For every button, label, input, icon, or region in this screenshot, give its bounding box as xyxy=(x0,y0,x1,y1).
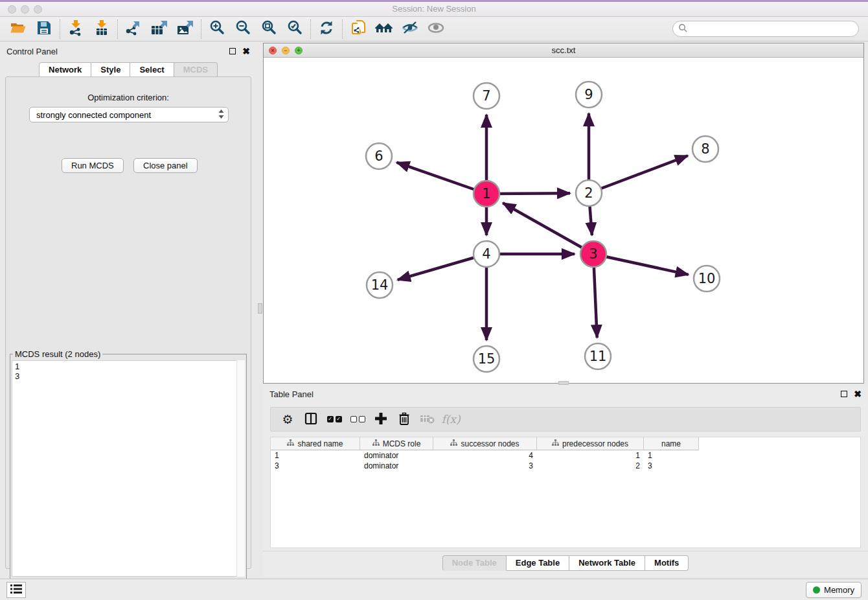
cell-name[interactable]: 1 xyxy=(644,450,699,461)
zoom-in-button[interactable] xyxy=(204,19,230,40)
graph-node-11[interactable]: 11 xyxy=(585,343,611,369)
tab-node-table[interactable]: Node Table xyxy=(442,555,507,571)
network-window-titlebar[interactable]: × − + scc.txt xyxy=(264,43,863,58)
table-row[interactable]: 1 dominator 4 1 1 xyxy=(271,450,860,461)
memory-button[interactable]: Memory xyxy=(806,582,862,598)
table-row[interactable]: 3 dominator 3 2 3 xyxy=(271,461,860,471)
hierarchy-icon xyxy=(552,439,559,448)
export-network-button[interactable] xyxy=(120,19,146,40)
tab-network-table[interactable]: Network Table xyxy=(569,555,645,571)
graph-edge-2-8[interactable] xyxy=(589,156,688,193)
graph-node-15[interactable]: 15 xyxy=(474,346,499,372)
network-canvas[interactable]: 7968124314101511 xyxy=(264,58,863,384)
column-header-successor-nodes[interactable]: successor nodes xyxy=(433,437,537,450)
graph-node-14[interactable]: 14 xyxy=(367,272,393,298)
save-session-button[interactable] xyxy=(31,19,57,40)
mcds-result-box: MCDS result (2 nodes) 1 3 xyxy=(10,349,247,592)
cell-name[interactable]: 3 xyxy=(644,461,699,471)
tab-mcds[interactable]: MCDS xyxy=(174,62,218,78)
app-title: Session: New Session xyxy=(0,4,868,14)
tab-edge-table[interactable]: Edge Table xyxy=(507,555,569,571)
tab-motifs[interactable]: Motifs xyxy=(645,555,689,571)
tab-style[interactable]: Style xyxy=(91,62,130,78)
graph-node-3[interactable]: 3 xyxy=(580,241,606,267)
svg-text:4: 4 xyxy=(482,246,490,262)
save-disk-icon xyxy=(36,19,52,38)
svg-text:2: 2 xyxy=(584,185,593,201)
select-all-columns-button[interactable]: ✓✓ xyxy=(323,410,346,429)
import-network-button[interactable] xyxy=(63,19,89,40)
tab-select[interactable]: Select xyxy=(130,62,174,78)
delete-column-button[interactable] xyxy=(393,410,416,429)
zoom-fit-button[interactable] xyxy=(256,19,282,40)
hide-selected-button[interactable] xyxy=(397,19,423,40)
toolbar-separator xyxy=(310,19,311,39)
clone-network-button[interactable] xyxy=(345,19,371,40)
delete-table-button[interactable] xyxy=(416,410,439,429)
graph-node-6[interactable]: 6 xyxy=(366,143,392,169)
float-panel-icon[interactable] xyxy=(229,48,236,54)
vertical-splitter-handle[interactable] xyxy=(258,303,262,314)
table-tabs: Node TableEdge TableNetwork TableMotifs xyxy=(263,555,868,571)
import-network-icon xyxy=(67,19,84,38)
graph-node-7[interactable]: 7 xyxy=(474,83,499,109)
export-image-button[interactable] xyxy=(172,19,198,40)
tab-network[interactable]: Network xyxy=(39,62,91,78)
zoom-selected-button[interactable] xyxy=(282,19,308,40)
deselect-all-columns-button[interactable] xyxy=(346,410,369,429)
column-header-mcds-role[interactable]: MCDS role xyxy=(360,437,433,450)
table-panel: Table Panel ✖ ⚙ ✓✓ f(x) shared name MCDS… xyxy=(263,386,868,577)
export-table-icon xyxy=(150,19,169,38)
graph-edge-3-10[interactable] xyxy=(593,254,689,275)
graph-node-1[interactable]: 1 xyxy=(474,181,499,207)
cell-shared-name[interactable]: 3 xyxy=(271,461,360,471)
cell-mcds-role[interactable]: dominator xyxy=(360,450,433,461)
graph-edge-3-1[interactable] xyxy=(503,203,593,254)
show-all-button[interactable] xyxy=(423,19,449,40)
home-layout-button[interactable] xyxy=(371,19,397,40)
run-mcds-button[interactable]: Run MCDS xyxy=(62,158,124,173)
table-settings-button[interactable]: ⚙ xyxy=(276,410,299,429)
refresh-layout-button[interactable] xyxy=(314,19,339,40)
graph-edge-1-6[interactable] xyxy=(396,163,486,194)
mcds-result-text[interactable]: 1 3 xyxy=(12,360,245,577)
column-header-shared-name[interactable]: shared name xyxy=(271,437,360,450)
cell-mcds-role[interactable]: dominator xyxy=(360,461,433,471)
add-column-button[interactable] xyxy=(369,410,393,429)
graph-node-4[interactable]: 4 xyxy=(474,241,499,267)
horizontal-splitter-handle[interactable] xyxy=(558,381,569,385)
hierarchy-icon xyxy=(372,439,380,448)
export-image-icon xyxy=(176,19,195,38)
mcds-panel-body: Optimization criterion: strongly connect… xyxy=(5,76,251,569)
float-table-panel-icon[interactable] xyxy=(841,391,847,397)
graph-node-8[interactable]: 8 xyxy=(692,136,718,162)
close-panel-button[interactable]: Close panel xyxy=(133,158,198,173)
cell-predecessor-nodes[interactable]: 2 xyxy=(537,461,644,471)
select-stepper-icon xyxy=(218,110,224,121)
cell-shared-name[interactable]: 1 xyxy=(271,450,360,461)
import-table-button[interactable] xyxy=(89,19,115,40)
graph-node-9[interactable]: 9 xyxy=(576,82,602,108)
cell-successor-nodes[interactable]: 4 xyxy=(433,450,537,461)
close-table-panel-icon[interactable]: ✖ xyxy=(854,391,862,397)
criterion-select[interactable]: strongly connected component xyxy=(29,107,229,122)
toolbar-separator xyxy=(342,19,343,39)
close-panel-icon[interactable]: ✖ xyxy=(242,48,250,54)
table-toolbar: ⚙ ✓✓ f(x) xyxy=(270,407,861,432)
open-folder-icon xyxy=(10,19,27,38)
column-layout-button[interactable] xyxy=(299,410,323,429)
cell-successor-nodes[interactable]: 3 xyxy=(433,461,537,471)
export-table-button[interactable] xyxy=(146,19,172,40)
function-builder-button[interactable]: f(x) xyxy=(439,410,463,429)
graph-node-2[interactable]: 2 xyxy=(576,180,602,206)
task-history-button[interactable] xyxy=(6,582,26,598)
graph-node-10[interactable]: 10 xyxy=(694,266,720,292)
open-session-button[interactable] xyxy=(5,19,31,40)
column-header-predecessor-nodes[interactable]: predecessor nodes xyxy=(537,437,644,450)
zoom-out-button[interactable] xyxy=(230,19,256,40)
column-header-name[interactable]: name xyxy=(644,437,699,450)
cell-predecessor-nodes[interactable]: 1 xyxy=(537,450,644,461)
search-input[interactable] xyxy=(691,24,858,34)
graph-edge-4-14[interactable] xyxy=(398,254,486,280)
result-scrollbar[interactable] xyxy=(236,360,245,577)
